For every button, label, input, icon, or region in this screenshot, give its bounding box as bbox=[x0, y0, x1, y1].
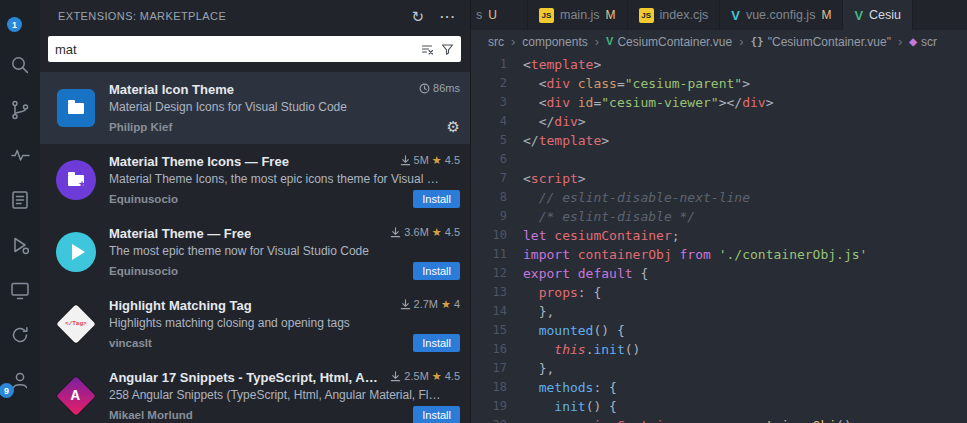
extension-author: vincaslt bbox=[109, 337, 152, 349]
line-number: 6 bbox=[471, 150, 523, 169]
accounts-badge: 9 bbox=[0, 383, 14, 398]
extension-stats: 2.5M★4.5 bbox=[390, 370, 460, 383]
breadcrumb-item[interactable]: {}"CesiumContainer.vue" bbox=[750, 35, 891, 49]
search-input[interactable] bbox=[48, 36, 421, 62]
source-control-icon[interactable] bbox=[7, 97, 33, 123]
breadcrumb-item[interactable]: src bbox=[488, 35, 504, 49]
line-number: 8 bbox=[471, 188, 523, 207]
notebook-icon[interactable] bbox=[7, 187, 33, 213]
code-line: 7<script> bbox=[471, 169, 967, 188]
extension-list-item[interactable]: ★Material Theme Icons — Free5M★4.5Materi… bbox=[40, 144, 470, 216]
code-text: export default { bbox=[523, 264, 648, 283]
refresh-icon[interactable]: ↻ bbox=[411, 9, 424, 24]
vscode-window: 1 9 EXTENSIONS: MARKETPLACE ↻ bbox=[0, 0, 967, 423]
diamond-logo-shape: </Tag> bbox=[56, 304, 96, 344]
line-number: 17 bbox=[471, 359, 523, 378]
tab-bar: sUJSmain.jsMJSindex.cjsVvue.config.jsMVC… bbox=[471, 0, 967, 30]
download-count: 3.6M bbox=[404, 226, 428, 238]
install-button[interactable]: Install bbox=[413, 334, 460, 352]
accounts-icon[interactable]: 9 bbox=[7, 367, 33, 393]
extension-description: The most epic theme now for Visual Studi… bbox=[109, 244, 460, 258]
line-number: 2 bbox=[471, 74, 523, 93]
extension-info: Material Theme Icons — Free5M★4.5Materia… bbox=[109, 153, 460, 208]
notification-badge: 1 bbox=[7, 17, 22, 32]
extension-stats: 2.7M★4 bbox=[400, 298, 460, 311]
code-text: </div> bbox=[523, 112, 586, 131]
extension-description: Material Theme Icons, the most epic icon… bbox=[109, 172, 460, 186]
code-text: <script> bbox=[523, 169, 586, 188]
extension-list-item[interactable]: Material Icon Theme86msMaterial Design I… bbox=[40, 72, 470, 144]
extension-info: Angular 17 Snippets - TypeScript, Html, … bbox=[109, 369, 460, 423]
star-cutout-icon: ★ bbox=[78, 180, 86, 189]
rating-value: 4.5 bbox=[445, 226, 460, 238]
code-line: 10let cesiumContainer; bbox=[471, 226, 967, 245]
line-number: 10 bbox=[471, 226, 523, 245]
extensions-sidebar: EXTENSIONS: MARKETPLACE ↻ ··· Material I… bbox=[40, 0, 470, 423]
extension-logo: </Tag> bbox=[54, 302, 98, 346]
clear-search-icon[interactable] bbox=[421, 43, 441, 56]
line-number: 7 bbox=[471, 169, 523, 188]
git-status-badge: M bbox=[821, 8, 831, 22]
editor-tab[interactable]: Vvue.config.jsM bbox=[720, 0, 843, 30]
editor-tab[interactable]: JSindex.cjs bbox=[628, 0, 721, 30]
extension-info: Highlight Matching Tag2.7M★4Highlights m… bbox=[109, 297, 460, 352]
editor-tab[interactable]: VCesiu bbox=[843, 0, 913, 30]
more-actions-icon[interactable]: ··· bbox=[440, 10, 456, 23]
extension-stats: 5M★4.5 bbox=[400, 154, 460, 167]
code-text: let cesiumContainer; bbox=[523, 226, 680, 245]
code-line: 3 <div id="cesium-viewer"></div> bbox=[471, 93, 967, 112]
editor-tab[interactable]: sU bbox=[471, 0, 528, 30]
run-debug-icon[interactable] bbox=[7, 232, 33, 258]
extension-list-item[interactable]: AAngular 17 Snippets - TypeScript, Html,… bbox=[40, 360, 470, 423]
code-line: 17 }, bbox=[471, 359, 967, 378]
logo-glyph: A bbox=[71, 388, 80, 403]
breadcrumb-item[interactable]: VCesiumContainer.vue bbox=[606, 35, 732, 49]
install-button[interactable]: Install bbox=[413, 190, 460, 208]
code-line: 15 mounted() { bbox=[471, 321, 967, 340]
gear-icon[interactable]: ⚙ bbox=[447, 119, 460, 134]
sync-icon[interactable] bbox=[7, 322, 33, 348]
breadcrumb-item[interactable]: components bbox=[522, 35, 587, 49]
code-text: <div id="cesium-viewer"></div> bbox=[523, 93, 773, 112]
install-button[interactable]: Install bbox=[413, 406, 460, 423]
line-number: 1 bbox=[471, 55, 523, 74]
code-text: cesiumContainer = new containerObj(); bbox=[523, 416, 860, 423]
download-count: 2.5M bbox=[404, 370, 428, 382]
line-number: 15 bbox=[471, 321, 523, 340]
line-number: 11 bbox=[471, 245, 523, 264]
breadcrumb-label: components bbox=[522, 35, 587, 49]
extension-description: Material Design Icons for Visual Studio … bbox=[109, 100, 460, 114]
code-line: 13 props: { bbox=[471, 283, 967, 302]
star-icon: ★ bbox=[432, 370, 442, 383]
remote-explorer-icon[interactable] bbox=[7, 277, 33, 303]
extension-list-item[interactable]: Material Theme — Free3.6M★4.5The most ep… bbox=[40, 216, 470, 288]
install-button[interactable]: Install bbox=[413, 262, 460, 280]
code-area[interactable]: 1<template>2 <div class="cesium-parent">… bbox=[471, 53, 967, 423]
js-file-icon: JS bbox=[539, 8, 554, 23]
code-line: 18 methods: { bbox=[471, 378, 967, 397]
line-number: 12 bbox=[471, 264, 523, 283]
download-count: 2.7M bbox=[414, 298, 438, 310]
filter-icon[interactable] bbox=[441, 43, 461, 56]
code-text: }, bbox=[523, 302, 554, 321]
extension-title: Highlight Matching Tag bbox=[109, 298, 252, 313]
editor-tab[interactable]: JSmain.jsM bbox=[528, 0, 628, 30]
breadcrumb-item[interactable]: ◆scr bbox=[909, 35, 937, 49]
activity-bar: 1 9 bbox=[0, 0, 40, 423]
code-text: <div class="cesium-parent"> bbox=[523, 74, 750, 93]
extension-info: Material Theme — Free3.6M★4.5The most ep… bbox=[109, 225, 460, 280]
code-line: 11import containerObj from './containerO… bbox=[471, 245, 967, 264]
git-status-badge: U bbox=[488, 8, 497, 22]
code-line: 12export default { bbox=[471, 264, 967, 283]
sidebar-title: EXTENSIONS: MARKETPLACE bbox=[58, 10, 395, 22]
extension-title: Material Icon Theme bbox=[109, 82, 234, 97]
folder-icon bbox=[68, 103, 84, 114]
line-number: 4 bbox=[471, 112, 523, 131]
breadcrumb-label: src bbox=[488, 35, 504, 49]
breadcrumb-separator: › bbox=[739, 34, 743, 49]
extension-author: Equinusocio bbox=[109, 193, 178, 205]
pulse-icon[interactable] bbox=[7, 142, 33, 168]
search-icon[interactable] bbox=[7, 52, 33, 78]
extension-list-item[interactable]: </Tag>Highlight Matching Tag2.7M★4Highli… bbox=[40, 288, 470, 360]
extension-logo bbox=[54, 230, 98, 274]
